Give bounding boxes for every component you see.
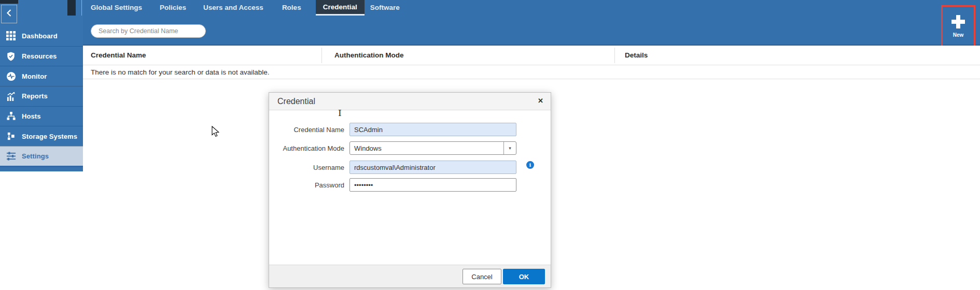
hosts-icon <box>5 111 17 122</box>
column-divider <box>614 48 615 63</box>
credential-name-field[interactable] <box>349 123 516 136</box>
credential-table-header: Credential Name Authentication Mode Deta… <box>83 46 980 65</box>
sidebar-item-settings[interactable]: Settings <box>0 146 83 167</box>
sidebar-item-dashboard[interactable]: Dashboard <box>0 26 83 46</box>
app-window: Dashboard Resources Moni <box>0 0 980 290</box>
chevron-left-icon <box>6 9 13 19</box>
search-container <box>91 24 206 38</box>
info-icon[interactable]: i <box>526 161 534 169</box>
sidebar-item-resources[interactable]: Resources <box>0 46 83 66</box>
chart-icon <box>5 91 17 102</box>
empty-state-message: There is no match for your search or dat… <box>91 68 269 76</box>
sidebar-item-label: Resources <box>22 52 57 60</box>
top-left-dark-strip <box>0 0 18 4</box>
new-button-label: New <box>953 32 964 38</box>
column-header-details[interactable]: Details <box>625 46 648 65</box>
authentication-mode-label: Authentication Mode <box>269 144 344 152</box>
tab-credential[interactable]: Credential <box>316 0 365 16</box>
sidebar-item-reports[interactable]: Reports <box>0 86 83 106</box>
header-divider <box>81 0 82 16</box>
column-header-credential-name[interactable]: Credential Name <box>91 46 146 65</box>
tab-roles[interactable]: Roles <box>282 0 301 16</box>
sliders-icon <box>5 151 17 162</box>
storage-icon <box>5 131 17 141</box>
sidebar-item-label: Settings <box>22 152 49 160</box>
mouse-cursor <box>212 126 220 139</box>
dialog-header[interactable]: Credential ✕ <box>269 93 551 110</box>
selected-authentication-mode: Windows <box>350 144 503 152</box>
shield-check-icon <box>5 51 17 62</box>
credential-name-label: Credential Name <box>269 126 344 134</box>
top-header: Global Settings Policies Users and Acces… <box>83 0 980 46</box>
sidebar-nav: Dashboard Resources Moni <box>0 26 83 167</box>
pulse-icon <box>5 71 17 81</box>
ok-button[interactable]: OK <box>503 269 545 284</box>
sidebar-item-label: Dashboard <box>22 32 58 40</box>
cancel-button[interactable]: Cancel <box>463 269 501 284</box>
tab-global-settings[interactable]: Global Settings <box>91 0 142 16</box>
sidebar-item-label: Storage Systems <box>22 133 77 140</box>
tab-software[interactable]: Software <box>370 0 400 16</box>
search-input[interactable] <box>91 24 206 38</box>
sidebar-item-label: Monitor <box>22 72 47 80</box>
sidebar-item-hosts[interactable]: Hosts <box>0 106 83 126</box>
password-label: Password <box>269 181 344 189</box>
dialog-footer: Cancel OK <box>269 265 551 287</box>
sidebar: Dashboard Resources Moni <box>0 0 83 171</box>
sidebar-item-label: Hosts <box>22 112 41 120</box>
tab-users-and-access[interactable]: Users and Access <box>203 0 263 16</box>
username-label: Username <box>269 164 344 171</box>
tab-policies[interactable]: Policies <box>160 0 186 16</box>
sidebar-item-monitor[interactable]: Monitor <box>0 66 83 86</box>
text-cursor: I <box>338 108 342 118</box>
sidebar-top-dark-strip <box>67 0 76 16</box>
table-empty-row: There is no match for your search or dat… <box>83 65 980 79</box>
dialog-title: Credential <box>277 93 315 110</box>
column-divider <box>321 48 322 63</box>
password-field[interactable] <box>349 178 516 192</box>
sidebar-item-storage-systems[interactable]: Storage Systems <box>0 126 83 146</box>
sidebar-collapse-button[interactable] <box>1 5 17 23</box>
plus-icon <box>951 15 965 28</box>
settings-tabs: Global Settings Policies Users and Acces… <box>91 0 400 16</box>
grid-icon <box>5 31 17 41</box>
sidebar-item-label: Reports <box>22 92 48 100</box>
authentication-mode-select[interactable]: Windows ▾ <box>349 141 516 155</box>
username-field[interactable] <box>349 161 516 174</box>
column-header-authentication-mode[interactable]: Authentication Mode <box>334 46 404 65</box>
close-icon[interactable]: ✕ <box>538 97 543 105</box>
new-credential-button[interactable]: New <box>941 5 975 51</box>
credential-dialog: Credential ✕ Credential Name Authenticat… <box>269 92 551 288</box>
chevron-down-icon[interactable]: ▾ <box>503 142 516 154</box>
